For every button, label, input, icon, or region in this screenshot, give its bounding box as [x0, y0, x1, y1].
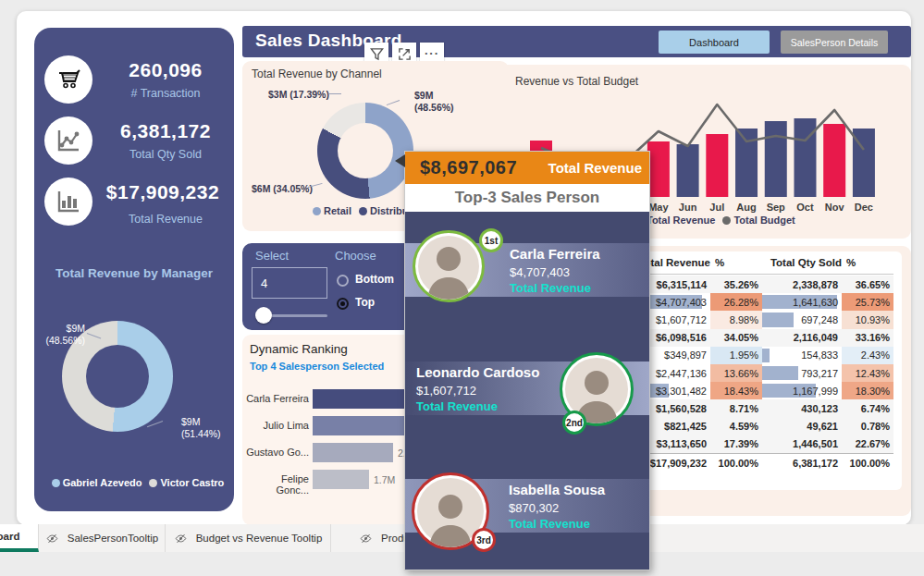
cell-value: $4,707,403 [656, 297, 710, 308]
cell-value: 49,621 [807, 421, 842, 432]
person-photo [413, 230, 485, 302]
nav-dashboard-button[interactable]: Dashboard [659, 31, 770, 54]
choose-label: Choose [335, 249, 376, 263]
cell-value: 34.05% [724, 332, 762, 343]
cell-value: 12.43% [856, 368, 893, 379]
x-axis-label-dec: Dec [850, 202, 878, 213]
page-tab-salespersontooltip[interactable]: SalesPersonTooltip [40, 524, 166, 552]
page-tab-label: Budget vs Revenue Tooltip [196, 533, 323, 544]
manager-donut-hole [86, 345, 149, 408]
budget-chart-legend: Total RevenueTotal Budget [635, 214, 795, 226]
page-tab-budget-vs-revenue-tooltip[interactable]: Budget vs Revenue Tooltip [166, 524, 331, 552]
table-cell: 430,123 [762, 399, 842, 417]
table-cell: 12.43% [842, 364, 893, 382]
cell-value: $1,607,712 [656, 314, 710, 325]
line-chart-icon [44, 116, 92, 165]
cell-value: 18.43% [724, 386, 762, 397]
channel-donut-title: Total Revenue by Channel [252, 67, 382, 80]
channel-slice-label-distributor: $6M (34.05%) [252, 183, 313, 195]
ranking-subtitle: Top 4 Salesperson Selected [250, 361, 384, 372]
topn-count-input[interactable]: 4 [252, 267, 327, 299]
channel-donut-hole [338, 123, 393, 178]
table-cell: 13.66% [710, 364, 762, 382]
cell-value: 6.74% [861, 403, 893, 414]
table-cell: 22.67% [842, 435, 893, 453]
data-bar [762, 349, 770, 362]
col-header-revenue-pct[interactable]: % [715, 257, 724, 268]
cell-value: 1.95% [730, 349, 762, 361]
cell-value: 1,446,501 [793, 438, 842, 449]
radio-bottom[interactable] [337, 275, 349, 287]
person-value: $1,607,712 [416, 384, 476, 398]
table-cell: 25.73% [842, 293, 893, 311]
cell-value: 33.16% [856, 332, 893, 343]
hidden-page-icon [175, 533, 191, 545]
cell-value: $6,098,516 [656, 332, 710, 343]
radio-top[interactable] [337, 298, 349, 310]
legend-dot [722, 216, 731, 225]
col-header-qty[interactable]: Total Qty Sold [762, 257, 842, 268]
table-cell: 1,641,630 [762, 293, 842, 311]
tooltip-header: $8,697,067 Total Revenue [405, 152, 649, 184]
cell-value: $3,301,482 [656, 386, 710, 397]
hidden-page-icon [360, 533, 376, 545]
col-header-qty-pct[interactable]: % [846, 257, 856, 268]
table-cell: 6,381,172 [762, 454, 842, 472]
table-cell: 100.00% [710, 454, 762, 472]
table-cell: 35.26% [710, 276, 762, 293]
legend-dot [149, 479, 157, 487]
leader-line [328, 93, 341, 94]
person-name: Carla Ferreira [510, 246, 600, 262]
cell-value: $6,315,114 [657, 279, 710, 290]
cell-value: 2,116,049 [794, 332, 842, 343]
table-cell: 2,116,049 [762, 329, 842, 347]
kpi-revenue-value: $17,909,232 [92, 181, 233, 203]
page-tab-dashboard[interactable]: Dashboard [0, 524, 39, 552]
table-cell: 2,338,878 [762, 276, 842, 293]
ranking-category-label: Gustavo Go... [246, 447, 309, 458]
kpi-transactions-label: # Transaction [100, 87, 231, 100]
person-value: $870,302 [509, 501, 559, 515]
x-axis-label-nov: Nov [820, 202, 848, 213]
x-axis-label-aug: Aug [733, 202, 760, 213]
nav-salesperson-details-button[interactable]: SalesPerson Details [781, 31, 888, 54]
cell-value: 2.43% [861, 349, 893, 361]
ranking-bar[interactable] [313, 470, 369, 489]
top3-salesperson-tooltip: $8,697,067 Total Revenue Top-3 Sales Per… [404, 151, 650, 570]
table-cell: 1.95% [710, 347, 762, 364]
manager-donut-title: Total Revenue by Manager [34, 266, 234, 280]
ranking-bar[interactable] [313, 443, 393, 462]
rank-badge: 2nd [562, 411, 586, 435]
ranking-category-label: Carla Ferreira [246, 393, 309, 404]
table-cell: 26.28% [710, 293, 762, 311]
cell-value: 793,217 [801, 368, 842, 379]
table-cell: 0.78% [842, 418, 893, 435]
topn-slider-handle[interactable] [255, 307, 272, 324]
rank-badge: 3rd [472, 528, 496, 552]
tooltip-heading: Top-3 Sales Person [405, 184, 649, 212]
cell-value: 6,381,172 [793, 458, 842, 469]
table-cell: 36.65% [842, 276, 893, 293]
ranking-category-label: Julio Lima [246, 420, 309, 431]
kpi-qty-label: Total Qty Sold [100, 148, 231, 161]
manager-slice-label-gabriel: $9M (51.44%) [181, 416, 240, 440]
tooltip-arrow [395, 154, 405, 167]
topn-slider-track[interactable] [263, 314, 327, 317]
table-cell: 34.05% [710, 329, 762, 347]
cell-value: 25.73% [856, 297, 893, 308]
cell-value: 0.78% [861, 421, 893, 432]
cart-icon [44, 55, 92, 104]
legend-dot [359, 207, 367, 215]
channel-slice-label-retail: $9M(48.56%) [414, 90, 454, 114]
table-cell: 1,167,999 [762, 382, 842, 399]
cell-value: $17,909,232 [650, 458, 710, 469]
table-cell: 33.16% [842, 329, 893, 347]
table-cell: 18.43% [710, 382, 762, 399]
data-bar [762, 366, 798, 380]
table-cell: 2.43% [842, 347, 893, 364]
table-cell: 18.30% [842, 382, 893, 399]
x-axis-label-sep: Sep [762, 202, 790, 213]
kpi-revenue-label: Total Revenue [100, 213, 231, 226]
select-label: Select [255, 249, 289, 263]
table-cell: 697,248 [762, 311, 842, 328]
